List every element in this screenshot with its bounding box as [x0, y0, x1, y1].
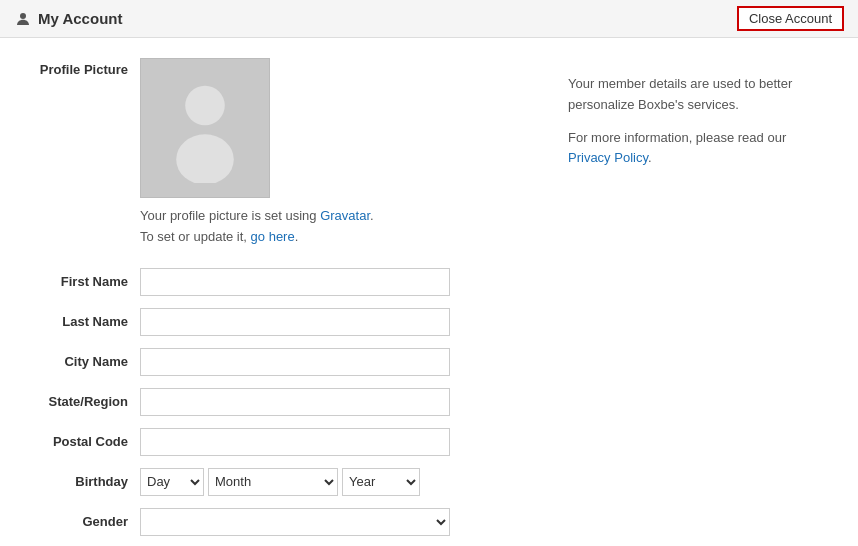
avatar-svg	[160, 73, 250, 183]
privacy-intro: For more information, please read our	[568, 130, 786, 145]
postal-code-input[interactable]	[140, 428, 450, 456]
gender-label: Gender	[30, 514, 140, 529]
header-title: My Account	[14, 10, 122, 28]
first-name-label: First Name	[30, 274, 140, 289]
privacy-period: .	[648, 150, 652, 165]
caption-period: .	[370, 208, 374, 223]
profile-picture-label: Profile Picture	[30, 58, 140, 77]
last-name-row: Last Name	[30, 308, 528, 336]
caption-text-2: To set or update it,	[140, 229, 251, 244]
main-content: Profile Picture Your profile picture is …	[0, 38, 858, 546]
first-name-input[interactable]	[140, 268, 450, 296]
last-name-label: Last Name	[30, 314, 140, 329]
city-name-row: City Name	[30, 348, 528, 376]
city-name-input[interactable]	[140, 348, 450, 376]
svg-point-1	[185, 86, 225, 126]
avatar	[140, 58, 270, 198]
privacy-policy-link[interactable]: Privacy Policy	[568, 150, 648, 165]
close-account-button[interactable]: Close Account	[737, 6, 844, 31]
caption2-period: .	[295, 229, 299, 244]
privacy-text: For more information, please read our Pr…	[568, 128, 828, 170]
svg-point-0	[20, 13, 26, 19]
birthday-month-select[interactable]: Month JanuaryFebruaryMarch AprilMayJune …	[208, 468, 338, 496]
profile-picture-content: Your profile picture is set using Gravat…	[140, 58, 374, 248]
form-section: First Name Last Name City Name State/Reg…	[30, 268, 528, 546]
left-column: Profile Picture Your profile picture is …	[30, 58, 528, 546]
postal-code-label: Postal Code	[30, 434, 140, 449]
right-column: Your member details are used to better p…	[568, 58, 828, 546]
city-name-label: City Name	[30, 354, 140, 369]
birthday-selects: Day 12345 678910 1112131415 1617181920 2…	[140, 468, 420, 496]
gravatar-link[interactable]: Gravatar	[320, 208, 370, 223]
go-here-link[interactable]: go here	[251, 229, 295, 244]
birthday-day-select[interactable]: Day 12345 678910 1112131415 1617181920 2…	[140, 468, 204, 496]
postal-code-row: Postal Code	[30, 428, 528, 456]
svg-point-2	[176, 134, 234, 183]
birthday-label: Birthday	[30, 474, 140, 489]
header: My Account Close Account	[0, 0, 858, 38]
gender-select[interactable]: Male Female Other	[140, 508, 450, 536]
gender-row: Gender Male Female Other	[30, 508, 528, 536]
first-name-row: First Name	[30, 268, 528, 296]
last-name-input[interactable]	[140, 308, 450, 336]
caption-text-1: Your profile picture is set using	[140, 208, 320, 223]
info-text: Your member details are used to better p…	[568, 74, 828, 116]
header-title-text: My Account	[38, 10, 122, 27]
state-region-row: State/Region	[30, 388, 528, 416]
state-region-input[interactable]	[140, 388, 450, 416]
birthday-year-select[interactable]: Year 202420232010 200019901980 197019601…	[342, 468, 420, 496]
birthday-row: Birthday Day 12345 678910 1112131415 161…	[30, 468, 528, 496]
user-icon	[14, 10, 32, 28]
profile-picture-section: Profile Picture Your profile picture is …	[30, 58, 528, 248]
state-region-label: State/Region	[30, 394, 140, 409]
profile-caption: Your profile picture is set using Gravat…	[140, 206, 374, 248]
